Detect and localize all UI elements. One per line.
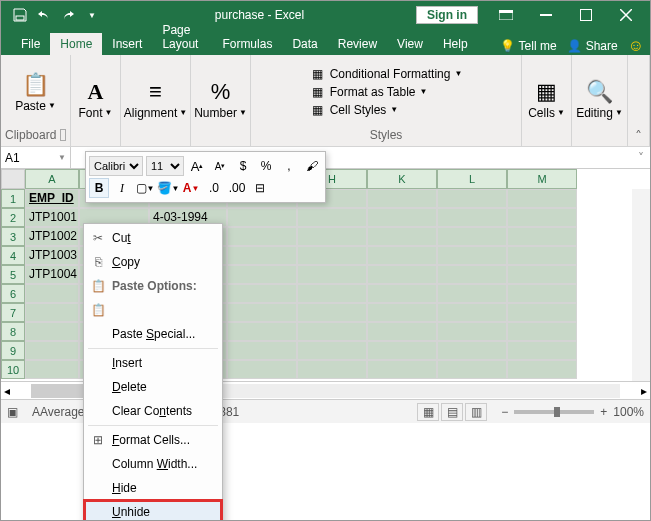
cell[interactable]	[507, 246, 577, 265]
menu-paste-default[interactable]: 📋	[84, 298, 222, 322]
cell[interactable]: EMP_ID	[25, 189, 79, 208]
cell[interactable]	[437, 284, 507, 303]
cell[interactable]	[297, 246, 367, 265]
cell[interactable]	[25, 284, 79, 303]
tab-page-layout[interactable]: Page Layout	[152, 19, 212, 55]
cell[interactable]	[25, 322, 79, 341]
row-header[interactable]: 5	[1, 265, 25, 284]
cell[interactable]	[507, 303, 577, 322]
signin-button[interactable]: Sign in	[416, 6, 478, 24]
cell[interactable]	[297, 341, 367, 360]
zoom-out-button[interactable]: −	[501, 405, 508, 419]
menu-column-width[interactable]: Column Width...	[84, 452, 222, 476]
cell[interactable]	[507, 265, 577, 284]
menu-cut[interactable]: ✂Cut	[84, 226, 222, 250]
cell[interactable]: JTP1002	[25, 227, 79, 246]
cell[interactable]	[297, 227, 367, 246]
cell[interactable]	[227, 360, 297, 379]
tab-review[interactable]: Review	[328, 33, 387, 55]
cell[interactable]	[367, 208, 437, 227]
cell[interactable]	[297, 360, 367, 379]
vertical-scrollbar[interactable]	[632, 189, 650, 381]
cell[interactable]: JTP1004	[25, 265, 79, 284]
cell[interactable]	[367, 341, 437, 360]
cell[interactable]	[507, 322, 577, 341]
cell[interactable]	[507, 341, 577, 360]
alignment-button[interactable]: ≡Alignment▼	[118, 76, 193, 122]
tab-view[interactable]: View	[387, 33, 433, 55]
cell[interactable]	[437, 208, 507, 227]
percent-format-icon[interactable]: %	[256, 156, 276, 176]
accounting-format-icon[interactable]: $	[233, 156, 253, 176]
comma-format-icon[interactable]: ,	[279, 156, 299, 176]
tab-formulas[interactable]: Formulas	[212, 33, 282, 55]
tab-help[interactable]: Help	[433, 33, 478, 55]
tab-insert[interactable]: Insert	[102, 33, 152, 55]
row-header[interactable]: 1	[1, 189, 25, 208]
cell[interactable]	[437, 360, 507, 379]
cell[interactable]	[507, 227, 577, 246]
cell[interactable]	[367, 227, 437, 246]
cell[interactable]	[297, 322, 367, 341]
cell[interactable]	[297, 265, 367, 284]
cell[interactable]	[437, 303, 507, 322]
column-header[interactable]: K	[367, 169, 437, 189]
font-family-select[interactable]: Calibri	[89, 156, 143, 176]
cell[interactable]	[367, 189, 437, 208]
row-header[interactable]: 6	[1, 284, 25, 303]
cell[interactable]	[437, 246, 507, 265]
format-as-table-button[interactable]: ▦Format as Table▼	[310, 84, 463, 100]
menu-unhide[interactable]: Unhide	[84, 500, 222, 521]
tab-home[interactable]: Home	[50, 33, 102, 55]
merge-center-icon[interactable]: ⊟	[250, 178, 270, 198]
cell[interactable]	[297, 284, 367, 303]
font-size-select[interactable]: 11	[146, 156, 184, 176]
ribbon-collapse[interactable]: ˄	[628, 55, 650, 146]
clipboard-dialog-launcher[interactable]	[60, 129, 66, 141]
menu-copy[interactable]: ⎘Copy	[84, 250, 222, 274]
tab-data[interactable]: Data	[282, 33, 327, 55]
paste-button[interactable]: 📋 Paste▼	[9, 69, 62, 115]
cell[interactable]	[227, 227, 297, 246]
cell[interactable]	[25, 360, 79, 379]
formula-expand-icon[interactable]: ˅	[632, 151, 650, 165]
decrease-decimal-icon[interactable]: .0	[204, 178, 224, 198]
menu-format-cells[interactable]: ⊞Format Cells...	[84, 428, 222, 452]
cells-button[interactable]: ▦Cells▼	[522, 76, 571, 122]
cell[interactable]	[227, 341, 297, 360]
minimize-button[interactable]	[526, 1, 566, 29]
feedback-icon[interactable]: ☺	[628, 37, 644, 55]
ribbon-display-icon[interactable]	[486, 1, 526, 29]
italic-button[interactable]: I	[112, 178, 132, 198]
menu-insert[interactable]: Insert	[84, 351, 222, 375]
column-header[interactable]: M	[507, 169, 577, 189]
decrease-font-icon[interactable]: A▾	[210, 156, 230, 176]
cell[interactable]	[227, 246, 297, 265]
row-header[interactable]: 9	[1, 341, 25, 360]
menu-paste-special[interactable]: Paste Special...	[84, 322, 222, 346]
cell[interactable]	[437, 265, 507, 284]
row-header[interactable]: 10	[1, 360, 25, 379]
column-header[interactable]: A	[25, 169, 79, 189]
conditional-formatting-button[interactable]: ▦Conditional Formatting▼	[310, 66, 463, 82]
undo-icon[interactable]	[33, 4, 55, 26]
page-layout-view-icon[interactable]: ▤	[441, 403, 463, 421]
cell[interactable]: JTP1001	[25, 208, 79, 227]
cell[interactable]	[507, 284, 577, 303]
record-macro-icon[interactable]: ▣	[7, 405, 18, 419]
cell[interactable]	[367, 303, 437, 322]
redo-icon[interactable]	[57, 4, 79, 26]
cell[interactable]	[437, 341, 507, 360]
cell[interactable]	[297, 208, 367, 227]
select-all-corner[interactable]	[1, 169, 25, 189]
cell[interactable]	[25, 303, 79, 322]
format-painter-icon[interactable]: 🖌	[302, 156, 322, 176]
cell[interactable]	[227, 265, 297, 284]
cell[interactable]	[367, 284, 437, 303]
bold-button[interactable]: B	[89, 178, 109, 198]
cell[interactable]	[367, 265, 437, 284]
maximize-button[interactable]	[566, 1, 606, 29]
cell[interactable]	[507, 189, 577, 208]
fill-color-button[interactable]: 🪣▼	[158, 178, 178, 198]
cell[interactable]	[227, 303, 297, 322]
